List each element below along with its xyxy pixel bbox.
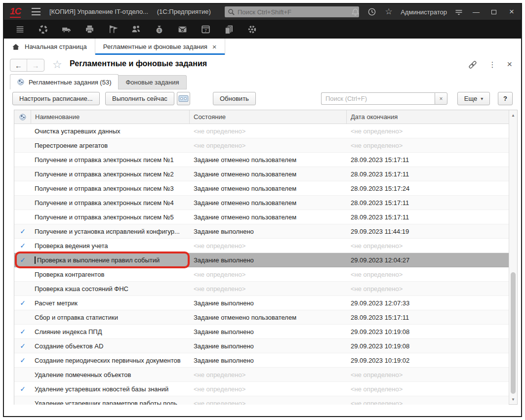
table-row[interactable]: Перестроение агрегатов <не определено> <… (14, 138, 509, 153)
view-settings-icon[interactable] (454, 7, 464, 17)
more-button[interactable]: Еще ▾ (457, 92, 490, 105)
cell-name: Создание периодических первичных докумен… (31, 353, 189, 367)
table-row[interactable]: ✓ Создание объектов AD Задание выполнено… (14, 339, 509, 353)
table-row[interactable]: Получение и отправка электронных писем №… (14, 153, 509, 167)
cell-name-text: Создание объектов AD (35, 342, 103, 350)
cell-state: Задание отменено пользователем (189, 210, 346, 224)
cell-date: 29.09.2023 11:44:19 (346, 224, 509, 238)
table-row[interactable]: Удаление устаревших параметров работы по… (14, 396, 509, 405)
cell-name: Проверка контрагентов (31, 267, 189, 281)
sections-menu-icon[interactable] (15, 24, 25, 35)
cell-name: Удаление устаревших новостей базы знаний (31, 382, 189, 396)
history-icon[interactable] (367, 7, 377, 17)
cell-name: Сбор и отправка статистики (31, 310, 189, 324)
favorites-star-icon[interactable]: ☆ (384, 7, 394, 17)
configure-schedule-button[interactable]: Настроить расписание... (12, 92, 100, 105)
mail-icon[interactable] (177, 24, 188, 35)
table-row[interactable]: Получение и отправка электронных писем №… (14, 181, 509, 196)
column-state-header[interactable]: Состояние (189, 110, 346, 124)
table-row[interactable]: Сбор и отправка статистики Задание отмен… (14, 310, 509, 325)
cell-state: Задание выполнено (189, 353, 346, 367)
cell-name: Получение и отправка электронных писем №… (31, 153, 189, 167)
printer-icon[interactable] (84, 24, 95, 35)
table-row[interactable]: ✓ Расчет метрик Задание выполнено 29.09.… (14, 296, 509, 310)
column-date-header[interactable]: Дата окончания (346, 110, 509, 124)
more-actions-kebab-icon[interactable]: ⋮ (488, 60, 496, 69)
cell-name-text: Расчет метрик (35, 299, 78, 307)
get-link-icon[interactable] (468, 60, 478, 70)
table-row[interactable]: Проверка контрагентов <не определено> <н… (14, 267, 509, 282)
delivery-truck-icon[interactable] (61, 24, 72, 35)
tab-scheduled[interactable]: Регламентные задания (53) (10, 74, 119, 89)
row-check (14, 124, 31, 138)
cell-date: 29.09.2023 12:04:27 (346, 253, 509, 267)
column-name-header[interactable]: Наименование (31, 110, 189, 124)
list-search-input[interactable] (321, 92, 435, 105)
notifications-bell-icon[interactable] (350, 7, 360, 17)
refresh-button[interactable]: Обновить (213, 92, 256, 105)
help-button[interactable]: ? (498, 92, 513, 105)
cell-state: Задание выполнено (189, 325, 346, 338)
cell-name: Проверка кэша состояний ФНС (31, 282, 189, 295)
cell-name: Очистка устаревших данных (31, 124, 189, 138)
tab-scheduled-jobs[interactable]: Регламентные и фоновые задания × (95, 39, 225, 55)
page-header: ← → ☆ Регламентные и фоновые задания ⋮ × (4, 55, 521, 74)
vertical-scrollbar[interactable]: ▲ ▼ (509, 110, 517, 404)
maximize-button[interactable] (488, 7, 499, 17)
cell-name: Получение и отправка электронных писем №… (31, 196, 189, 210)
table-row[interactable]: Получение и отправка электронных писем №… (14, 210, 509, 224)
sections-toolbar: $ 7 (4, 20, 521, 39)
global-search-box[interactable]: Поиск Ctrl+Shift+F (225, 6, 359, 17)
tab-close-icon[interactable]: × (212, 42, 217, 51)
tab-home[interactable]: Начальная страница (4, 39, 95, 55)
cell-state: <не определено> (189, 396, 346, 405)
row-check: ✓ (14, 353, 31, 367)
more-label: Еще (464, 95, 477, 102)
forward-button[interactable]: → (27, 59, 44, 71)
run-now-button[interactable]: Выполнить сейчас (105, 92, 174, 105)
scrollbar-thumb[interactable] (511, 272, 516, 394)
table-row[interactable]: ✓ Получение и установка исправлений конф… (14, 224, 509, 239)
flags-icon[interactable] (108, 24, 118, 35)
cell-name: Удаление помеченных объектов (31, 368, 189, 381)
services-lifebuoy-icon[interactable] (38, 24, 48, 35)
table-row[interactable]: ✓ Проверка ведения учета <не определено>… (14, 239, 509, 253)
1c-logo: 1С (10, 6, 21, 18)
cell-name: Перестроение агрегатов (31, 138, 189, 152)
copies-icon[interactable] (224, 24, 234, 35)
scroll-up-icon[interactable]: ▲ (509, 111, 517, 119)
calendar-icon[interactable]: 7 (201, 24, 211, 35)
add-favorite-star-icon[interactable]: ☆ (52, 58, 62, 71)
table-row[interactable]: Очистка устаревших данных <не определено… (14, 124, 509, 138)
text-cursor (35, 256, 36, 264)
tab-background[interactable]: Фоновые задания (119, 75, 186, 89)
minimize-button[interactable]: — (471, 7, 482, 17)
schedule-icon-button[interactable] (177, 92, 190, 105)
row-check (14, 138, 31, 152)
settings-gear-icon[interactable] (247, 24, 257, 35)
window-close-button[interactable]: × (506, 7, 517, 17)
form-close-icon[interactable]: × (507, 59, 512, 70)
cell-name: Получение и отправка электронных писем №… (31, 181, 189, 195)
table-row[interactable]: ✓ Создание периодических первичных докум… (14, 353, 509, 368)
clear-search-icon[interactable]: × (435, 92, 447, 105)
cell-date: <не определено> (346, 282, 509, 295)
cell-name-text: Получение и отправка электронных писем №… (35, 156, 174, 164)
history-nav-group: ← → (10, 59, 44, 72)
back-button[interactable]: ← (10, 59, 27, 71)
table-row[interactable]: Удаление помеченных объектов <не определ… (14, 368, 509, 382)
table-row[interactable]: ✓ Проверка и выполнение правил событий З… (14, 253, 509, 267)
table-row[interactable]: Получение и отправка электронных писем №… (14, 167, 509, 181)
users-icon[interactable] (131, 24, 141, 35)
main-menu-icon[interactable] (32, 8, 40, 15)
app-window: 1С [КОПИЯ] Управление IT-отдело... (1С:П… (3, 3, 522, 417)
scroll-down-icon[interactable]: ▼ (509, 395, 517, 403)
table-row[interactable]: ✓ Удаление устаревших новостей базы знан… (14, 382, 509, 396)
table-row[interactable]: Получение и отправка электронных писем №… (14, 196, 509, 210)
row-check: ✓ (14, 253, 31, 267)
money-bag-icon[interactable]: $ (154, 24, 164, 35)
column-icon-header[interactable] (14, 110, 31, 124)
table-row[interactable]: ✓ Слияние индекса ППД Задание выполнено … (14, 325, 509, 339)
table-row[interactable]: Проверка кэша состояний ФНС <не определе… (14, 282, 509, 296)
cell-name: Получение и отправка электронных писем №… (31, 210, 189, 224)
